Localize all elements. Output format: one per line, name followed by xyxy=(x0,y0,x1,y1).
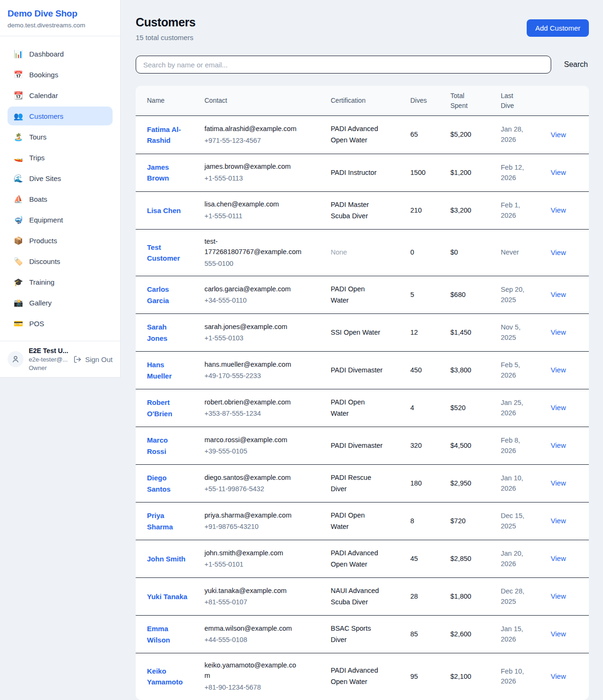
customer-name-link[interactable]: Test Customer xyxy=(147,242,188,264)
view-link[interactable]: View xyxy=(551,672,566,680)
customer-phone: +1-555-0111 xyxy=(204,211,326,222)
customer-name-link[interactable]: Carlos Garcia xyxy=(147,284,188,306)
main-content: Customers 15 total customers Add Custome… xyxy=(121,0,603,700)
sidebar-item-dashboard[interactable]: 📊 Dashboard xyxy=(8,44,113,63)
view-link[interactable]: View xyxy=(551,404,566,412)
table-row: Carlos Garcia carlos.garcia@example.com … xyxy=(136,276,589,313)
view-link[interactable]: View xyxy=(551,592,566,600)
sidebar-item-label: Boats xyxy=(29,195,47,203)
customer-count: 15 total customers xyxy=(136,33,196,41)
page-title: Customers xyxy=(136,16,196,29)
search-button[interactable]: Search xyxy=(563,60,589,69)
customer-email: sarah.jones@example.com xyxy=(204,322,287,332)
customers-table: Name Contact Certification Dives Total S… xyxy=(136,86,589,700)
customer-phone: +91-98765-43210 xyxy=(204,522,326,532)
last-dive-value: Feb 12, 2026 xyxy=(501,163,533,183)
sign-out-button[interactable]: Sign Out xyxy=(73,355,113,363)
page-header: Customers 15 total customers Add Custome… xyxy=(136,16,589,41)
customer-name-link[interactable]: Hans Mueller xyxy=(147,359,188,381)
view-link[interactable]: View xyxy=(551,554,566,562)
user-name: E2E Test U... xyxy=(29,347,68,354)
customer-name-link[interactable]: Priya Sharma xyxy=(147,510,188,532)
customer-name-link[interactable]: Emma Wilson xyxy=(147,623,188,645)
customer-email: diego.santos@example.com xyxy=(204,473,291,483)
sidebar-item-label: Tours xyxy=(29,133,47,141)
view-link[interactable]: View xyxy=(551,328,566,336)
products-icon: 📦 xyxy=(14,236,23,245)
add-customer-button[interactable]: Add Customer xyxy=(527,19,589,37)
customer-phone: +49-170-555-2233 xyxy=(204,371,326,381)
calendar-icon: 📆 xyxy=(14,91,23,100)
view-link[interactable]: View xyxy=(551,366,566,374)
customer-phone: +55-11-99876-5432 xyxy=(204,484,326,494)
avatar xyxy=(8,351,24,367)
sidebar-item-bookings[interactable]: 📅 Bookings xyxy=(8,65,113,84)
view-link[interactable]: View xyxy=(551,441,566,449)
view-link[interactable]: View xyxy=(551,630,566,638)
customer-email: robert.obrien@example.com xyxy=(204,397,291,408)
dives-value: 8 xyxy=(410,516,450,527)
sidebar-item-trips[interactable]: 🚤 Trips xyxy=(8,148,113,167)
total-spent-value: $2,850 xyxy=(450,554,501,564)
sidebar-item-gallery[interactable]: 📸 Gallery xyxy=(8,293,113,312)
dashboard-icon: 📊 xyxy=(14,49,23,58)
sidebar-item-equipment[interactable]: 🤿 Equipment xyxy=(8,210,113,229)
last-dive-value: Feb 1, 2026 xyxy=(501,200,533,221)
customer-name-link[interactable]: John Smith xyxy=(147,553,186,564)
view-link[interactable]: View xyxy=(551,168,566,176)
certification-text: PADI Advanced Open Water xyxy=(331,124,383,146)
customer-name-link[interactable]: James Brown xyxy=(147,162,188,184)
total-spent-value: $1,450 xyxy=(450,328,501,338)
customer-name-link[interactable]: Robert O'Brien xyxy=(147,397,188,419)
sidebar-item-label: Calendar xyxy=(29,91,58,99)
customer-name-link[interactable]: Lisa Chen xyxy=(147,205,181,216)
table-row: Test Customer test-1772681807767@example… xyxy=(136,229,589,276)
customer-name-link[interactable]: Marco Rossi xyxy=(147,435,188,457)
table-row: Emma Wilson emma.wilson@example.com +44-… xyxy=(136,615,589,653)
sidebar-item-tours[interactable]: 🏝️ Tours xyxy=(8,127,113,146)
sidebar-item-training[interactable]: 🎓 Training xyxy=(8,272,113,291)
total-spent-value: $5,200 xyxy=(450,130,501,140)
dives-value: 320 xyxy=(410,441,450,451)
sidebar-item-discounts[interactable]: 🏷️ Discounts xyxy=(8,252,113,271)
certification-text: SSI Open Water xyxy=(331,327,380,338)
dives-value: 1500 xyxy=(410,168,450,178)
customer-name-link[interactable]: Diego Santos xyxy=(147,472,188,494)
dives-value: 210 xyxy=(410,206,450,216)
sidebar-item-dive-sites[interactable]: 🌊 Dive Sites xyxy=(8,169,113,188)
customer-phone: +34-555-0110 xyxy=(204,296,326,306)
sidebar-item-label: Training xyxy=(29,278,55,286)
sidebar-item-products[interactable]: 📦 Products xyxy=(8,231,113,250)
sidebar-item-calendar[interactable]: 📆 Calendar xyxy=(8,86,113,105)
view-link[interactable]: View xyxy=(551,290,566,298)
total-spent-value: $3,800 xyxy=(450,365,501,376)
last-dive-value: Sep 20, 2025 xyxy=(501,285,533,305)
customer-name-link[interactable]: Sarah Jones xyxy=(147,321,188,344)
view-link[interactable]: View xyxy=(551,248,566,256)
customer-email: carlos.garcia@example.com xyxy=(204,284,291,295)
sidebar-item-label: POS xyxy=(29,320,44,328)
sidebar-item-label: Equipment xyxy=(29,216,63,224)
total-spent-value: $720 xyxy=(450,516,501,527)
total-spent-value: $2,100 xyxy=(450,672,501,682)
customer-email: test-1772681807767@example.com xyxy=(204,237,302,257)
table-row: Hans Mueller hans.mueller@example.com +4… xyxy=(136,351,589,389)
customer-email: yuki.tanaka@example.com xyxy=(204,586,286,596)
sidebar-item-label: Products xyxy=(29,237,57,245)
view-link[interactable]: View xyxy=(551,206,566,214)
sidebar-item-boats[interactable]: ⛵ Boats xyxy=(8,189,113,208)
table-row: Lisa Chen lisa.chen@example.com +1-555-0… xyxy=(136,191,589,229)
sidebar-item-label: Dashboard xyxy=(29,50,64,58)
sidebar-item-label: Bookings xyxy=(29,71,58,79)
sidebar-item-customers[interactable]: 👥 Customers xyxy=(8,107,113,125)
view-link[interactable]: View xyxy=(551,479,566,487)
view-link[interactable]: View xyxy=(551,131,566,139)
search-input[interactable] xyxy=(136,56,551,74)
customer-name-link[interactable]: Yuki Tanaka xyxy=(147,591,187,602)
table-row: Sarah Jones sarah.jones@example.com +1-5… xyxy=(136,313,589,351)
customer-name-link[interactable]: Keiko Yamamoto xyxy=(147,666,188,688)
view-link[interactable]: View xyxy=(551,517,566,525)
user-meta: E2E Test U... e2e-tester@... Owner xyxy=(29,347,68,371)
sidebar-item-pos[interactable]: 💳 POS xyxy=(8,314,113,333)
customer-name-link[interactable]: Fatima Al-Rashid xyxy=(147,124,188,146)
